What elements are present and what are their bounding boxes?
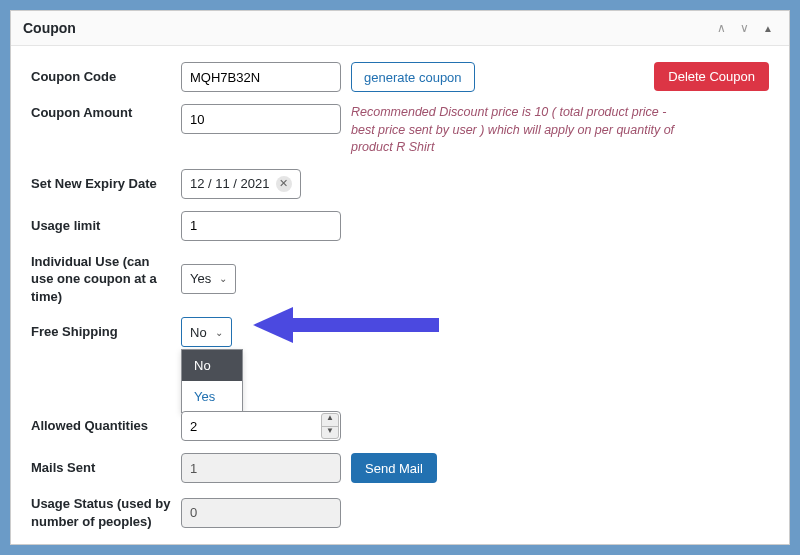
allowed-qty-input[interactable] [181,411,341,441]
clear-date-icon[interactable]: ✕ [276,176,292,192]
free-shipping-dropdown: No Yes [181,349,243,413]
individual-use-value: Yes [190,271,211,286]
coupon-panel: Coupon ∧ ∨ ▲ Delete Coupon Coupon Code g… [10,10,790,545]
delete-coupon-button[interactable]: Delete Coupon [654,62,769,91]
mails-sent-input [181,453,341,483]
spinner-down-icon[interactable]: ▼ [322,427,338,439]
send-mail-button[interactable]: Send Mail [351,453,437,483]
chevron-down-icon: ⌄ [219,273,227,284]
row-allowed-qty: Allowed Quantities ▲ ▼ [31,411,769,441]
row-usage-status: Usage Status (used by number of peoples) [31,495,769,530]
individual-use-select[interactable]: Yes ⌄ [181,264,236,294]
usage-status-input [181,498,341,528]
free-shipping-select[interactable]: No ⌄ [181,317,232,347]
row-mails-sent: Mails Sent Send Mail [31,453,769,483]
next-icon[interactable]: ∨ [736,19,753,37]
label-expiry: Set New Expiry Date [31,175,171,193]
usage-limit-input[interactable] [181,211,341,241]
label-mails-sent: Mails Sent [31,459,171,477]
row-expiry: Set New Expiry Date 12 / 11 / 2021 ✕ [31,169,769,199]
prev-icon[interactable]: ∧ [713,19,730,37]
option-yes[interactable]: Yes [182,381,242,412]
spinner-up-icon[interactable]: ▲ [322,414,338,427]
row-coupon-amount: Coupon Amount Recommended Discount price… [31,104,769,157]
option-no[interactable]: No [182,350,242,381]
panel-title: Coupon [23,20,76,36]
panel-header: Coupon ∧ ∨ ▲ [11,11,789,46]
coupon-amount-input[interactable] [181,104,341,134]
chevron-down-icon: ⌄ [215,327,223,338]
amount-hint: Recommended Discount price is 10 ( total… [351,104,681,157]
expiry-date-value: 12 / 11 / 2021 [190,176,270,191]
label-coupon-amount: Coupon Amount [31,104,171,122]
row-free-shipping: Free Shipping No ⌄ No Yes [31,317,769,347]
qty-spinner: ▲ ▼ [321,413,339,439]
label-coupon-code: Coupon Code [31,68,171,86]
coupon-code-input[interactable] [181,62,341,92]
expiry-date-input[interactable]: 12 / 11 / 2021 ✕ [181,169,301,199]
collapse-icon[interactable]: ▲ [759,21,777,36]
label-free-shipping: Free Shipping [31,323,171,341]
label-usage-status: Usage Status (used by number of peoples) [31,495,171,530]
panel-body: Delete Coupon Coupon Code generate coupo… [11,46,789,555]
row-individual-use: Individual Use (can use one coupon at a … [31,253,769,306]
label-usage-limit: Usage limit [31,217,171,235]
label-allowed-qty: Allowed Quantities [31,417,171,435]
free-shipping-value: No [190,325,207,340]
label-individual-use: Individual Use (can use one coupon at a … [31,253,171,306]
generate-coupon-button[interactable]: generate coupon [351,62,475,92]
row-usage-limit: Usage limit [31,211,769,241]
panel-controls: ∧ ∨ ▲ [713,19,777,37]
